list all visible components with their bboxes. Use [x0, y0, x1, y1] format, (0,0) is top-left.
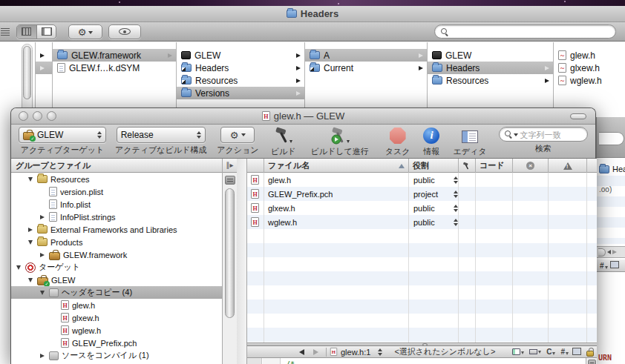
header-errors[interactable]: × — [513, 159, 549, 173]
editor-button[interactable]: エディタ — [453, 127, 486, 157]
column-view-icon[interactable] — [22, 27, 31, 36]
plist-doc-icon — [49, 199, 57, 209]
table-row[interactable]: glxew.h public — [247, 201, 597, 215]
table-row[interactable]: GLEW_Prefix.pch project — [247, 187, 597, 201]
active-target-dropdown[interactable]: GLEW — [19, 127, 106, 143]
finder-search-input[interactable] — [434, 24, 616, 39]
finder-item[interactable]: Headers — [177, 62, 304, 74]
hammer-play-icon — [330, 127, 350, 145]
folder-icon — [181, 89, 192, 97]
sidebar-item-glew-h[interactable]: glew.h — [11, 299, 222, 311]
source-editor[interactable]: /* ** The OpenGL Extension Wrangler Libr… — [247, 358, 597, 364]
header-warnings[interactable] — [549, 159, 587, 173]
background-search-field-end — [599, 132, 624, 145]
sidebar-item-resources[interactable]: Resources — [11, 173, 222, 185]
build-button[interactable]: ビルド — [271, 127, 296, 157]
file-location[interactable]: glew.h:1 — [341, 348, 370, 357]
editor-split-button[interactable] — [588, 360, 596, 364]
header-build-column[interactable] — [459, 159, 476, 173]
code-text: /* ** The OpenGL Extension Wrangler Libr… — [286, 360, 585, 364]
xcode-titlebar[interactable]: glew.h — GLEW — [11, 108, 595, 125]
finder-titlebar[interactable]: Headers — [0, 6, 625, 22]
finder-action-button[interactable]: ⚙ — [68, 24, 102, 39]
include-menu-icon[interactable]: # — [560, 348, 569, 356]
finder-item[interactable]: GLEW — [177, 49, 304, 62]
sidebar-item-version-plist[interactable]: version.plist — [11, 185, 222, 198]
toolbox-icon — [49, 252, 60, 260]
role-stepper[interactable] — [454, 176, 458, 184]
tasks-button[interactable]: タスク — [385, 127, 410, 157]
info-button[interactable]: i 情報 — [423, 127, 439, 157]
quicklook-button[interactable] — [108, 24, 141, 39]
sidebar-item-targets[interactable]: ターゲット — [11, 261, 222, 274]
sidebar-scrollbar[interactable]: ∥▸ — [222, 159, 237, 364]
sidebar-item-info-plist[interactable]: Info.plist — [11, 198, 222, 211]
finder-item[interactable]: A — [305, 49, 427, 62]
sidebar-item-glew-target[interactable]: GLEW — [11, 274, 222, 286]
coverflow-view-icon[interactable] — [42, 27, 52, 36]
header-file-name[interactable]: ファイル名 — [264, 159, 409, 173]
finder-item[interactable]: GLEW.f…k.dSYM — [53, 62, 176, 74]
forward-button[interactable] — [313, 349, 318, 355]
header-icon-column[interactable] — [247, 159, 264, 173]
sidebar-item-external-frameworks[interactable]: External Frameworks and Libraries — [11, 223, 222, 236]
header-role[interactable]: 役割 — [409, 159, 459, 173]
sidebar-item-glxew-h[interactable]: glxew.h — [11, 311, 222, 324]
build-config-label: アクティブなビルド構成 — [115, 145, 206, 156]
finder-item[interactable]: GLEW.framework — [53, 49, 176, 62]
sidebar-item-wglew-h[interactable]: wglew.h — [11, 324, 222, 337]
build-and-go-label: ビルドして進行 — [310, 146, 368, 157]
table-row[interactable]: wglew.h public — [247, 215, 597, 229]
build-and-go-button[interactable]: ビルドして進行 — [310, 127, 368, 157]
sidebar-splitter-button[interactable] — [225, 176, 235, 185]
search-icon — [441, 28, 448, 36]
sidebar-item-infoplist-strings[interactable]: InfoPlist.strings — [11, 211, 222, 223]
sidebar-item-products[interactable]: Products — [11, 236, 222, 248]
symbol-popup[interactable]: <選択されたシンボルなし> — [394, 346, 495, 357]
xcode-search-input[interactable]: 文字列一致 — [499, 127, 588, 142]
file-history-stepper[interactable] — [378, 348, 382, 356]
finder-item[interactable]: wglew.h — [554, 74, 625, 87]
view-segmented-control[interactable] — [16, 24, 56, 39]
table-row[interactable]: glew.h public — [247, 173, 597, 187]
breakpoints-icon[interactable] — [529, 349, 541, 354]
finder-item[interactable]: GLEW — [428, 49, 553, 62]
finder-item[interactable]: glxew.h — [554, 62, 625, 74]
header-code[interactable]: コード — [476, 159, 513, 173]
role-stepper[interactable] — [454, 205, 458, 212]
sidebar-header[interactable]: グループとファイル — [11, 159, 222, 173]
sidebar-item-copy-headers[interactable]: ヘッダをコピー (4) — [11, 286, 222, 299]
background-code-fragment: URN — [598, 354, 612, 362]
counterpart-icon[interactable] — [574, 349, 581, 355]
toolbar-toggle-button[interactable] — [570, 113, 586, 119]
lock-icon[interactable] — [586, 351, 594, 357]
toolbox-check-icon — [37, 277, 48, 285]
sidebar-item-glew-framework[interactable]: GLEW.framework — [11, 248, 222, 261]
finder-item[interactable]: glew.h — [554, 49, 625, 62]
finder-sliver-row[interactable] — [36, 49, 52, 62]
finder-item[interactable]: Headers — [428, 62, 553, 74]
sidebar-item-compile-sources[interactable]: ソースをコンパイル (1) — [11, 349, 222, 362]
finder-item[interactable]: Current — [305, 62, 427, 74]
role-stepper[interactable] — [454, 191, 458, 198]
background-horizontal-scrollbar[interactable] — [597, 246, 625, 258]
search-label: 検索 — [535, 143, 552, 154]
class-menu-icon[interactable]: C — [546, 348, 555, 356]
build-config-dropdown[interactable]: Release — [117, 127, 206, 143]
gear-icon: ⚙ — [78, 27, 87, 38]
sidebar-collapse-control[interactable]: ∥▸ — [223, 159, 237, 173]
bookmarks-icon[interactable] — [512, 348, 524, 355]
finder-item[interactable]: Resources — [428, 74, 553, 87]
finder-sliver-row[interactable] — [36, 62, 52, 74]
finder-item[interactable]: Versions — [177, 87, 304, 99]
finder-item[interactable]: Resources — [177, 74, 304, 87]
sidebar-main-divider[interactable] — [237, 159, 247, 364]
finder-title: Headers — [0, 8, 625, 19]
sidebar-scroll-thumb[interactable] — [225, 188, 235, 318]
back-button[interactable] — [299, 349, 304, 355]
sidebar-item-glew-prefix-pch[interactable]: GLEW_Prefix.pch — [11, 337, 222, 349]
action-dropdown[interactable]: ⚙ — [220, 127, 255, 143]
role-stepper[interactable] — [454, 219, 458, 226]
list-view-icon[interactable] — [1, 28, 10, 36]
editor-scrollbar[interactable] — [586, 358, 597, 364]
